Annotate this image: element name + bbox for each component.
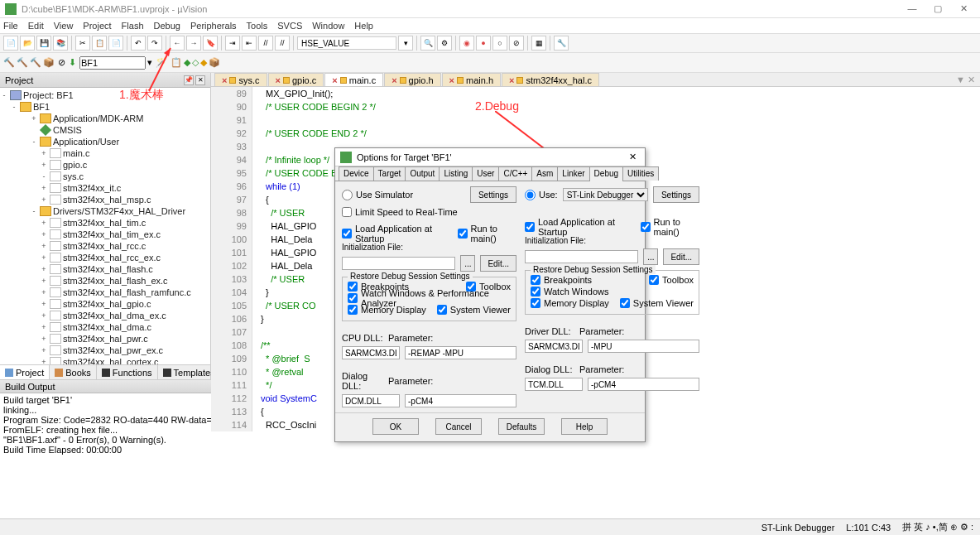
dialog-close-button[interactable]: ✕ bbox=[625, 152, 640, 162]
dialog-tab-utilities[interactable]: Utilities bbox=[622, 166, 659, 181]
dbg-init-file-input[interactable] bbox=[525, 250, 638, 263]
tree-item[interactable]: +stm32f4xx_hal_cortex.c bbox=[0, 356, 210, 364]
dbg-settings-button[interactable]: Settings bbox=[653, 186, 699, 203]
tree-item[interactable]: +gpio.c bbox=[0, 159, 210, 171]
code-line[interactable] bbox=[261, 113, 980, 127]
undo-icon[interactable]: ↶ bbox=[131, 36, 146, 51]
editor-tab[interactable]: ×sys.c bbox=[214, 73, 267, 86]
dbg-run-main-check[interactable]: Run to main() bbox=[641, 221, 699, 233]
expand-icon[interactable]: + bbox=[40, 242, 48, 250]
window-icon[interactable]: ▦ bbox=[531, 36, 546, 51]
editor-tab[interactable]: ×stm32f4xx_hal.c bbox=[502, 73, 599, 86]
tab-close-icon[interactable]: × bbox=[332, 75, 337, 85]
expand-icon[interactable]: + bbox=[40, 311, 48, 320]
dbg-browse-button[interactable]: ... bbox=[643, 248, 658, 265]
editor-tab[interactable]: ×gpio.c bbox=[268, 73, 324, 86]
expand-icon[interactable]: + bbox=[40, 346, 48, 354]
dbg-memory-check[interactable]: Memory Display bbox=[531, 297, 615, 309]
expand-icon[interactable]: + bbox=[40, 161, 48, 169]
menu-flash[interactable]: Flash bbox=[122, 21, 144, 31]
tree-item[interactable]: +stm32f4xx_hal_gpio.c bbox=[0, 298, 210, 310]
sim-load-app-check[interactable]: Load Application at Startup bbox=[342, 228, 448, 239]
bp-kill-icon[interactable]: ⊘ bbox=[509, 36, 524, 51]
tree-item[interactable]: +stm32f4xx_hal_rcc_ex.c bbox=[0, 252, 210, 263]
tree-item[interactable]: +stm32f4xx_hal_dma.c bbox=[0, 321, 210, 333]
tree-item[interactable]: CMSIS bbox=[0, 124, 210, 136]
download-icon[interactable]: ⬇ bbox=[69, 57, 76, 68]
paste-icon[interactable]: 📄 bbox=[108, 36, 123, 51]
close-button[interactable]: ✕ bbox=[952, 3, 975, 14]
tree-item[interactable]: +Application/MDK-ARM bbox=[0, 113, 210, 124]
expand-icon[interactable]: - bbox=[40, 172, 48, 181]
tree-item[interactable]: -BF1 bbox=[0, 101, 210, 113]
expand-icon[interactable]: - bbox=[10, 103, 18, 111]
limit-speed-check[interactable]: Limit Speed to Real-Time bbox=[342, 206, 516, 218]
editor-tab[interactable]: ×main.c bbox=[324, 73, 383, 86]
maximize-button[interactable]: ▢ bbox=[926, 3, 949, 14]
dbg-load-app-check[interactable]: Load Application at Startup bbox=[525, 221, 631, 233]
debug-icon[interactable]: ◉ bbox=[459, 36, 474, 51]
tree-item[interactable]: +stm32f4xx_hal_pwr_ex.c bbox=[0, 345, 210, 356]
dlg-param-input[interactable] bbox=[405, 394, 516, 407]
bookmark-icon[interactable]: 🔖 bbox=[203, 36, 218, 51]
tree-item[interactable]: +stm32f4xx_hal_pwr.c bbox=[0, 333, 210, 345]
help-button[interactable]: Help bbox=[561, 418, 608, 435]
sim-watch-check[interactable]: Watch Windows & Performance Analyzer bbox=[348, 292, 511, 304]
menu-tools[interactable]: Tools bbox=[247, 21, 268, 31]
dialog-titlebar[interactable]: Options for Target 'BF1' ✕ bbox=[335, 148, 645, 166]
tree-item[interactable]: +stm32f4xx_hal_flash_ex.c bbox=[0, 275, 210, 287]
menu-peripherals[interactable]: Peripherals bbox=[190, 21, 237, 31]
target-combo[interactable] bbox=[79, 56, 146, 70]
dbg-edit-button[interactable]: Edit... bbox=[663, 248, 699, 265]
sim-init-file-input[interactable] bbox=[342, 257, 455, 270]
rdlg-param-input[interactable] bbox=[588, 378, 699, 391]
tab-close-icon[interactable]: × bbox=[509, 75, 514, 85]
minimize-button[interactable]: — bbox=[901, 3, 924, 13]
expand-icon[interactable]: - bbox=[30, 207, 38, 215]
editor-tab-menu[interactable]: ▼ ✕ bbox=[951, 75, 980, 85]
dialog-tab-linker[interactable]: Linker bbox=[557, 166, 589, 181]
dialog-tab-asm[interactable]: Asm bbox=[531, 166, 558, 181]
tab-close-icon[interactable]: × bbox=[222, 75, 227, 85]
sim-settings-button[interactable]: Settings bbox=[470, 186, 516, 203]
packs-icon[interactable]: ◆ bbox=[200, 57, 207, 68]
expand-icon[interactable]: - bbox=[30, 137, 38, 146]
redo-icon[interactable]: ↷ bbox=[147, 36, 162, 51]
rte-icon[interactable]: 📦 bbox=[209, 57, 220, 68]
options-wand-icon[interactable]: 🪄 bbox=[156, 57, 167, 68]
find-icon[interactable]: 🔍 bbox=[420, 36, 435, 51]
tree-item[interactable]: -Application/User bbox=[0, 136, 210, 147]
saveall-icon[interactable]: 📚 bbox=[53, 36, 68, 51]
translate-icon[interactable]: 🔨 bbox=[3, 57, 15, 68]
tree-item[interactable]: +stm32f4xx_hal_rcc.c bbox=[0, 240, 210, 252]
code-line[interactable]: MX_GPIO_Init(); bbox=[261, 87, 980, 100]
menu-help[interactable]: Help bbox=[354, 21, 373, 31]
save-icon[interactable]: 💾 bbox=[36, 36, 51, 51]
menu-view[interactable]: View bbox=[54, 21, 74, 31]
tab-close-icon[interactable]: × bbox=[276, 75, 281, 85]
find-dropdown-icon[interactable]: ▾ bbox=[398, 36, 413, 51]
stop-icon[interactable]: ⊘ bbox=[58, 57, 65, 68]
manage-pack-icon[interactable]: ◆ bbox=[184, 57, 190, 68]
nav-back-icon[interactable]: ← bbox=[170, 36, 185, 51]
defaults-button[interactable]: Defaults bbox=[498, 418, 545, 435]
tab-close-icon[interactable]: × bbox=[392, 75, 396, 85]
dlg-dll-input[interactable] bbox=[342, 394, 400, 407]
ok-button[interactable]: OK bbox=[372, 418, 419, 435]
dialog-tab-output[interactable]: Output bbox=[405, 166, 440, 181]
code-line[interactable]: /* USER CODE BEGIN 2 */ bbox=[261, 100, 980, 113]
use-simulator-radio[interactable]: Use Simulator bbox=[342, 189, 413, 200]
expand-icon[interactable]: - bbox=[0, 91, 8, 99]
expand-icon[interactable]: + bbox=[40, 300, 48, 308]
select-icon[interactable]: ◇ bbox=[192, 57, 199, 68]
expand-icon[interactable]: + bbox=[40, 358, 48, 364]
project-tab-project[interactable]: Project bbox=[0, 365, 50, 379]
tree-item[interactable]: -sys.c bbox=[0, 171, 210, 182]
breakpoint-icon[interactable]: ● bbox=[476, 36, 491, 51]
tree-item[interactable]: +stm32f4xx_hal_flash_ramfunc.c bbox=[0, 287, 210, 298]
sim-edit-button[interactable]: Edit... bbox=[480, 255, 516, 272]
menu-file[interactable]: File bbox=[3, 21, 18, 31]
dialog-tab-c/c++[interactable]: C/C++ bbox=[498, 166, 532, 181]
target-dropdown-icon[interactable]: ▾ bbox=[147, 57, 152, 68]
tree-item[interactable]: +stm32f4xx_it.c bbox=[0, 182, 210, 194]
